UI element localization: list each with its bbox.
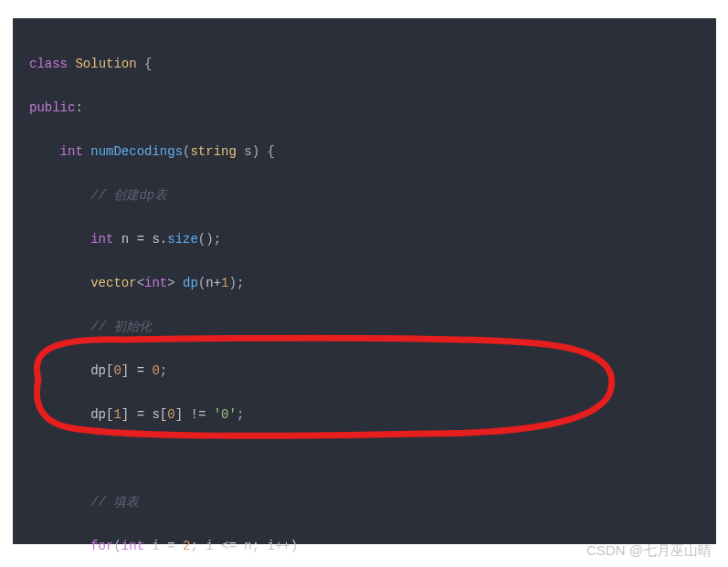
code-line: [29, 447, 700, 469]
code-line: // 填表: [29, 491, 700, 513]
watermark: CSDN @七月巫山晴: [586, 542, 712, 560]
code-line: vector<int> dp(n+1);: [29, 272, 700, 294]
code-block: class Solution { public: int numDecoding…: [13, 18, 716, 544]
code-line: dp[0] = 0;: [29, 360, 700, 382]
code-line: class Solution {: [29, 53, 700, 75]
code-line: // 创建dp表: [29, 184, 700, 206]
code-line: int n = s.size();: [29, 228, 700, 250]
code-line: // 初始化: [29, 316, 700, 338]
code-line: int numDecodings(string s) {: [29, 141, 700, 163]
code-line: dp[1] = s[0] != '0';: [29, 404, 700, 425]
code-line: public:: [29, 97, 700, 119]
